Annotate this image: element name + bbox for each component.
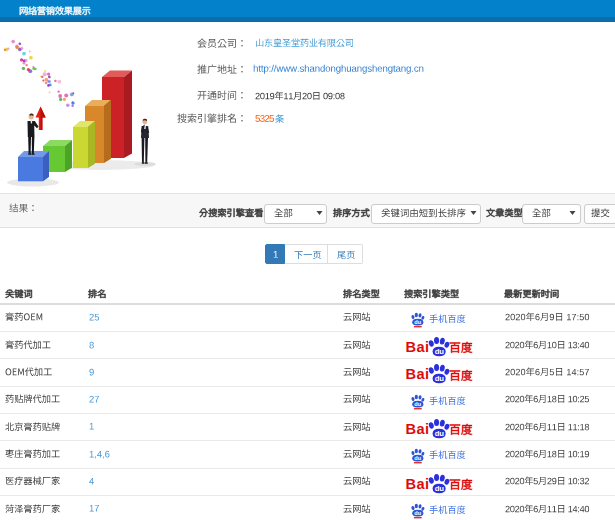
svg-text:Bai: Bai bbox=[406, 339, 430, 355]
svg-text:du: du bbox=[435, 429, 445, 438]
svg-text:du: du bbox=[414, 510, 421, 516]
svg-text:du: du bbox=[414, 456, 421, 462]
svg-text:Bai: Bai bbox=[406, 475, 430, 491]
svg-text:du: du bbox=[435, 347, 445, 356]
svg-text:Bai: Bai bbox=[406, 420, 430, 436]
svg-text:du: du bbox=[435, 483, 445, 492]
svg-text:Bai: Bai bbox=[406, 366, 430, 382]
svg-text:du: du bbox=[435, 374, 445, 383]
svg-text:du: du bbox=[414, 401, 421, 407]
svg-text:du: du bbox=[414, 319, 421, 325]
